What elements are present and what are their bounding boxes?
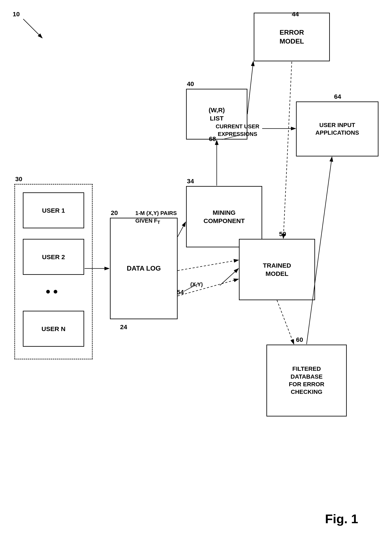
mining-component-box: MININGCOMPONENT	[186, 186, 262, 247]
ref-10: 10	[13, 10, 20, 18]
ref-30: 30	[15, 175, 22, 183]
current-expressions-label: CURRENT USEREXPRESSIONS	[216, 123, 260, 138]
diagram: 10 30 USER 1 USER 2 ● ● USER N DATA LOG …	[0, 0, 392, 560]
user2-box: USER 2	[23, 239, 84, 275]
svg-line-7	[178, 279, 239, 296]
ref-24: 24	[120, 323, 127, 331]
svg-line-2	[23, 19, 42, 38]
xy-label: (X,Y)	[190, 281, 203, 288]
ref-60: 60	[296, 336, 303, 343]
ref-40: 40	[187, 80, 194, 88]
ref-50: 50	[279, 230, 286, 238]
user-input-apps-box: USER INPUTAPPLICATIONS	[296, 101, 379, 156]
svg-line-10	[283, 62, 292, 239]
ref-44: 44	[292, 10, 299, 18]
ref-68: 68	[209, 135, 216, 142]
data-log-box: DATA LOG	[110, 218, 178, 319]
userN-box: USER N	[23, 311, 84, 347]
pairs-label: 1-M (X,Y) PAIRSGIVEN FT	[135, 209, 177, 226]
ref-34: 34	[187, 178, 194, 185]
trained-model-box: TRAINEDMODEL	[239, 239, 315, 300]
svg-line-14	[220, 269, 239, 285]
ref-64: 64	[334, 93, 341, 100]
error-model-box: ERRORMODEL	[254, 13, 330, 61]
ref-20: 20	[111, 209, 118, 217]
svg-line-8	[277, 300, 294, 344]
ref-54: 54	[177, 289, 184, 296]
svg-line-4	[178, 222, 186, 237]
filtered-db-box: FILTEREDDATABASEFOR ERRORCHECKING	[266, 345, 347, 416]
dots: ● ●	[45, 286, 58, 296]
svg-line-15	[178, 260, 239, 270]
svg-line-6	[247, 61, 253, 114]
fig-label: Fig. 1	[325, 512, 358, 526]
user1-box: USER 1	[23, 192, 84, 228]
